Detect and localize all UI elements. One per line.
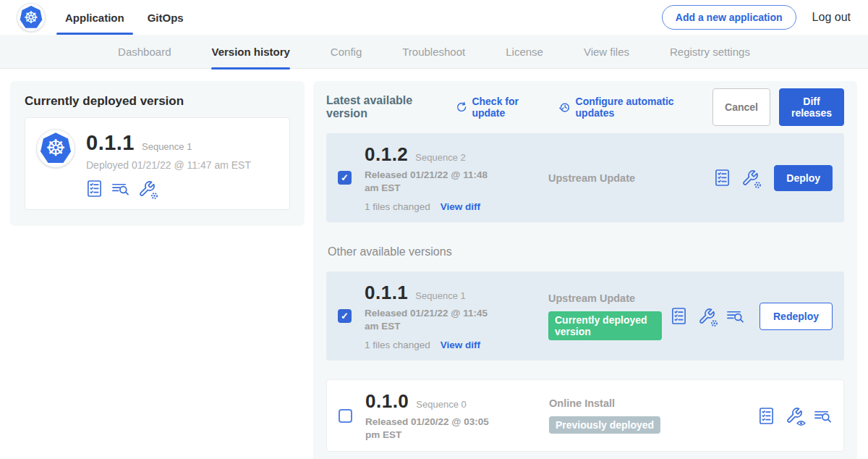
subnav-tab-view-files[interactable]: View files xyxy=(584,35,629,69)
top-navbar: ☸ Application GitOps Add a new applicati… xyxy=(0,0,868,35)
version-actions xyxy=(758,407,832,425)
add-new-application-button[interactable]: Add a new application xyxy=(662,5,796,30)
version-sequence: Sequence 0 xyxy=(416,399,466,410)
deployed-timestamp: Deployed 01/21/22 @ 11:47 am EST xyxy=(86,159,251,171)
previously-deployed-badge: Previously deployed xyxy=(549,416,660,434)
k8s-helm-wheel-icon: ☸ xyxy=(46,137,66,159)
subnav-tab-troubleshoot[interactable]: Troubleshoot xyxy=(402,35,465,69)
subnav-tab-config[interactable]: Config xyxy=(331,35,362,69)
edit-config-icon[interactable] xyxy=(741,169,759,187)
latest-available-title: Latest available version xyxy=(326,94,440,120)
released-timestamp: Released 01/21/22 @ 11:45 am EST xyxy=(365,307,502,332)
diff-releases-button[interactable]: Diff releases xyxy=(779,88,844,126)
version-sequence: Sequence 1 xyxy=(415,290,465,301)
currently-deployed-card: Currently deployed version ☸ 0.1.1 Seque… xyxy=(10,81,305,226)
version-history-panel: Latest available version Check for updat… xyxy=(313,81,857,459)
subnav-tab-registry-settings[interactable]: Registry settings xyxy=(670,35,750,69)
version-row: ✓ 0.1.1 Sequence 1 Released 01/21/22 @ 1… xyxy=(326,271,844,361)
files-changed-label: 1 files changed xyxy=(365,201,430,212)
version-info: 0.1.1 Sequence 1 Released 01/21/22 @ 11:… xyxy=(365,282,518,350)
version-source: Upstream Update Currently deployed versi… xyxy=(548,292,662,340)
other-versions-heading: Other available versions xyxy=(328,245,844,258)
diff-select-checkbox[interactable]: ✓ xyxy=(338,309,352,323)
source-label: Online Install xyxy=(549,397,749,409)
view-diff-link[interactable]: View diff xyxy=(441,201,480,212)
configure-automatic-updates-label: Configure automatic updates xyxy=(576,96,697,119)
currently-deployed-title: Currently deployed version xyxy=(25,94,290,109)
deploy-logs-icon[interactable] xyxy=(726,308,744,324)
deploy-logs-icon[interactable] xyxy=(814,408,832,424)
eye-icon xyxy=(796,420,806,426)
released-timestamp: Released 01/21/22 @ 11:48 am EST xyxy=(365,169,502,194)
version-number: 0.1.2 xyxy=(365,143,408,166)
refresh-icon xyxy=(456,101,467,114)
version-number: 0.1.1 xyxy=(365,282,408,304)
version-source: Online Install Previously deployed xyxy=(549,397,749,434)
deployed-version-number: 0.1.1 xyxy=(86,131,135,155)
view-diff-link[interactable]: View diff xyxy=(441,340,480,350)
deployed-version-box: ☸ 0.1.1 Sequence 1 Deployed 01/21/22 @ 1… xyxy=(25,117,290,210)
app-icon: ☸ xyxy=(37,130,75,167)
version-actions: Redeploy xyxy=(671,303,833,330)
version-info: 0.1.2 Sequence 2 Released 01/21/22 @ 11:… xyxy=(365,143,518,212)
preflight-checks-icon[interactable] xyxy=(714,169,731,187)
check-for-update-link[interactable]: Check for update xyxy=(456,96,543,119)
gear-icon xyxy=(150,192,158,200)
deploy-button[interactable]: Deploy xyxy=(774,165,833,191)
files-changed-label: 1 files changed xyxy=(365,340,430,350)
preflight-checks-icon[interactable] xyxy=(758,407,775,425)
deployed-sequence: Sequence 1 xyxy=(142,141,192,152)
edit-config-icon[interactable] xyxy=(138,180,156,198)
preflight-checks-icon[interactable] xyxy=(86,180,103,198)
deploy-logs-icon[interactable] xyxy=(111,180,129,197)
k8s-helm-wheel-icon: ☸ xyxy=(24,9,38,26)
version-sequence: Sequence 2 xyxy=(415,152,465,163)
preflight-checks-icon[interactable] xyxy=(671,307,687,325)
source-label: Upstream Update xyxy=(548,172,705,184)
subnav-tab-license[interactable]: License xyxy=(506,35,543,69)
schedule-update-icon xyxy=(559,101,571,114)
tab-gitops[interactable]: GitOps xyxy=(148,0,184,35)
version-number: 0.1.0 xyxy=(365,390,409,413)
currently-deployed-badge: Currently deployed version xyxy=(548,311,662,340)
cancel-button[interactable]: Cancel xyxy=(712,88,770,126)
topnav-right: Add a new application Log out xyxy=(662,5,851,30)
version-actions: Deploy xyxy=(714,165,833,191)
main-content: Currently deployed version ☸ 0.1.1 Seque… xyxy=(0,69,868,459)
diff-select-checkbox[interactable]: ✓ xyxy=(338,171,352,185)
panel-header: Latest available version Check for updat… xyxy=(326,94,844,120)
app-subnav: Dashboard Version history Config Trouble… xyxy=(0,35,868,69)
version-row: 0.1.0 Sequence 0 Released 01/20/22 @ 03:… xyxy=(326,379,844,452)
topnav-tabs: Application GitOps xyxy=(65,0,184,35)
edit-config-icon[interactable] xyxy=(698,308,715,325)
tab-application[interactable]: Application xyxy=(65,0,124,35)
redeploy-button[interactable]: Redeploy xyxy=(760,303,833,330)
configure-automatic-updates-link[interactable]: Configure automatic updates xyxy=(559,96,697,119)
version-info: 0.1.0 Sequence 0 Released 01/20/22 @ 03:… xyxy=(365,390,519,441)
view-config-icon[interactable] xyxy=(786,407,803,424)
check-for-update-label: Check for update xyxy=(472,96,543,119)
gear-icon xyxy=(754,181,762,189)
version-row: ✓ 0.1.2 Sequence 2 Released 01/21/22 @ 1… xyxy=(326,133,844,222)
version-source: Upstream Update xyxy=(548,172,705,184)
source-label: Upstream Update xyxy=(548,292,662,304)
diff-select-checkbox[interactable] xyxy=(339,409,352,423)
subnav-tab-dashboard[interactable]: Dashboard xyxy=(118,35,171,69)
released-timestamp: Released 01/20/22 @ 03:05 pm EST xyxy=(365,416,503,441)
kubernetes-logo-icon: ☸ xyxy=(17,4,45,31)
gear-icon xyxy=(710,319,718,327)
subnav-tab-version-history[interactable]: Version history xyxy=(211,35,289,69)
logout-link[interactable]: Log out xyxy=(812,11,851,24)
deployed-info: 0.1.1 Sequence 1 Deployed 01/21/22 @ 11:… xyxy=(86,130,251,198)
